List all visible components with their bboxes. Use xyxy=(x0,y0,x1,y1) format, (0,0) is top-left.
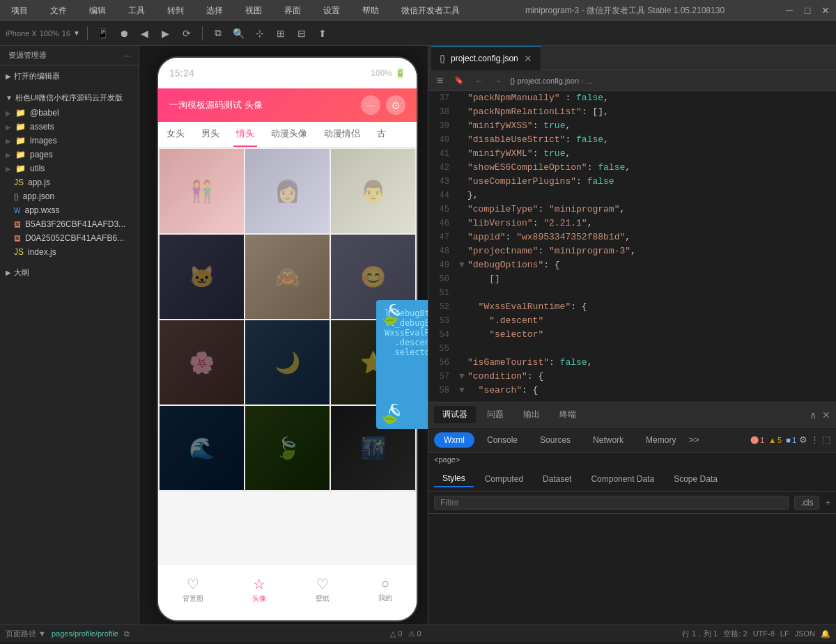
device-selector[interactable]: iPhone X 100% 16 ▼ xyxy=(6,29,80,38)
outline-header[interactable]: ▶ 大纲 xyxy=(0,265,139,281)
rotate-icon[interactable]: ⟳ xyxy=(178,25,195,42)
forward-nav-icon[interactable]: → xyxy=(491,75,504,86)
debug-nav-tab-memory[interactable]: Memory xyxy=(636,432,686,448)
grid-item-7[interactable]: 🌸 xyxy=(160,320,244,405)
code-editor[interactable]: 37 "packNpmManually" : false, 38 "packNp… xyxy=(428,91,836,398)
phone-tab-dongmanqinglv[interactable]: 动漫情侣 xyxy=(321,122,363,147)
debug-tab-terminal[interactable]: 终端 xyxy=(551,406,585,423)
debug-nav-tab-sources[interactable]: Sources xyxy=(530,432,580,448)
back-icon[interactable]: ◀ xyxy=(137,25,153,42)
copy-icon[interactable]: ⧉ xyxy=(210,25,226,42)
sidebar-item-utils[interactable]: ▶ 📁 utils xyxy=(0,162,139,175)
phone-menu-button[interactable]: ··· xyxy=(361,95,380,115)
sidebar-item-indexjs[interactable]: JS index.js xyxy=(0,245,139,259)
breadcrumb: {} project.config.json › ... xyxy=(510,77,592,85)
js-file-icon: JS xyxy=(14,178,24,187)
phone-nav-wallpaper[interactable]: ♡ 壁纸 xyxy=(316,576,330,604)
phone-nav-mine[interactable]: ○ 我的 xyxy=(378,576,392,603)
debug-subtab-componentdata[interactable]: Component Data xyxy=(582,471,663,487)
code-line-40: 40 "disableUseStrict": false, xyxy=(428,133,836,147)
sidebar-item-img1[interactable]: 🖼 B5AB3F26CBF41AAFD3... xyxy=(0,217,139,231)
menu-item-settings[interactable]: 设置 xyxy=(318,3,346,18)
phone-tab-gu[interactable]: 古 xyxy=(374,122,389,147)
minimize-button[interactable]: ─ xyxy=(784,6,794,15)
phone-tab-nan[interactable]: 男头 xyxy=(199,122,222,147)
grid-item-11[interactable]: 🍃 xyxy=(245,406,330,490)
phone-camera-button[interactable]: ⊙ xyxy=(386,95,405,115)
debug-tab-debugger[interactable]: 调试器 xyxy=(434,406,476,423)
grid-item-2[interactable]: 👩 xyxy=(245,149,330,233)
phone-preview-icon[interactable]: 📱 xyxy=(95,25,111,42)
debug-subtab-computed[interactable]: Computed xyxy=(477,471,532,487)
debug-nav-tab-wxml[interactable]: Wxml xyxy=(434,432,474,448)
phone-tab-nv[interactable]: 女头 xyxy=(164,122,187,147)
project-section-header[interactable]: ▼ 粉色UI微信小程序源码云开发版 xyxy=(0,90,139,106)
back-nav-icon[interactable]: ← xyxy=(472,75,486,86)
more-options-icon[interactable]: ⋮ xyxy=(810,434,819,445)
dots-icon: ··· xyxy=(366,100,375,111)
grid-item-1[interactable]: 👫 xyxy=(160,149,244,233)
grid-item-8[interactable]: 🌙 xyxy=(245,320,330,405)
editor-tab-projectconfig[interactable]: {} project.config.json ✕ xyxy=(431,46,541,70)
debug-tab-issues[interactable]: 问题 xyxy=(479,406,512,423)
menu-item-view[interactable]: 视图 xyxy=(240,3,268,18)
debug-filter-input[interactable] xyxy=(434,496,789,510)
sidebar-item-pages[interactable]: ▶ 📁 pages xyxy=(0,148,139,162)
close-button[interactable]: ✕ xyxy=(821,6,830,15)
menu-item-help[interactable]: 帮助 xyxy=(357,3,385,18)
menu-item-tools[interactable]: 工具 xyxy=(123,3,150,18)
grid-item-4[interactable]: 🐱 xyxy=(160,235,244,319)
menu-item-select[interactable]: 选择 xyxy=(201,3,229,18)
debug-tab-output[interactable]: 输出 xyxy=(515,406,548,423)
bookmark-icon[interactable]: 🔖 xyxy=(451,74,467,86)
upload-icon[interactable]: ⬆ xyxy=(314,25,331,42)
debug-nav-tab-console[interactable]: Console xyxy=(477,432,527,448)
menu-item-goto[interactable]: 转到 xyxy=(162,3,189,18)
split-editor-icon[interactable]: ⊞ xyxy=(434,74,446,86)
menu-item-project[interactable]: 项目 xyxy=(6,3,33,18)
record-icon[interactable]: ⏺ xyxy=(116,25,132,42)
phone-nav-backgrounds[interactable]: ♡ 背景图 xyxy=(183,576,203,604)
menu-item-interface[interactable]: 界面 xyxy=(279,3,307,18)
grid-item-5[interactable]: 🙈 xyxy=(245,235,330,319)
menu-item-wechat[interactable]: 微信开发者工具 xyxy=(396,3,465,18)
sidebar-item-appwxss[interactable]: W app.wxss xyxy=(0,203,139,217)
phone-tab-dongman[interactable]: 动漫头像 xyxy=(268,122,310,147)
detach-icon[interactable]: ⬚ xyxy=(822,434,830,445)
collapse-panel-icon[interactable]: ∧ xyxy=(810,409,816,421)
search-icon[interactable]: 🔍 xyxy=(231,25,247,42)
sidebar-item-images[interactable]: ▶ 📁 images xyxy=(0,134,139,148)
phone-tab-qing[interactable]: 情头 xyxy=(233,122,257,147)
sidebar-item-appjson[interactable]: {} app.json xyxy=(0,189,139,203)
forward-icon[interactable]: ▶ xyxy=(157,25,174,42)
filter-options-icon[interactable]: + xyxy=(825,497,830,508)
pointer-icon[interactable]: ⊹ xyxy=(251,25,268,42)
menu-item-file[interactable]: 文件 xyxy=(45,3,72,18)
sidebar-more-icon[interactable]: ··· xyxy=(124,52,130,60)
sidebar-item-appjs[interactable]: JS app.js xyxy=(0,175,139,189)
outline-label: 大纲 xyxy=(14,267,29,278)
close-tab-button[interactable]: ✕ xyxy=(524,53,532,64)
debug-subtab-styles[interactable]: Styles xyxy=(434,471,474,487)
sidebar-item-img2[interactable]: 🖼 D0A25052CBF41AAFB6... xyxy=(0,231,139,245)
debug-cls-button[interactable]: .cls xyxy=(794,496,819,510)
notification-bell-icon[interactable]: 🔔 xyxy=(821,629,830,638)
menu-item-edit[interactable]: 编辑 xyxy=(84,3,111,18)
phone-nav-avatar[interactable]: ☆ 头像 xyxy=(252,576,266,604)
page-path-label[interactable]: 页面路径 ▼ xyxy=(6,629,46,639)
layers-icon[interactable]: ⊟ xyxy=(293,25,310,42)
settings-icon[interactable]: ⚙ xyxy=(799,434,807,445)
open-editors-header[interactable]: ▶ 打开的编辑器 xyxy=(0,68,139,84)
maximize-button[interactable]: □ xyxy=(803,6,812,15)
debug-nav-more-icon[interactable]: >> xyxy=(688,434,699,445)
grid-item-10[interactable]: 🌊 xyxy=(160,406,244,490)
copy-path-icon[interactable]: ⧉ xyxy=(124,629,130,638)
debug-nav-tab-network[interactable]: Network xyxy=(583,432,633,448)
sidebar-item-assets[interactable]: ▶ 📁 assets xyxy=(0,120,139,134)
debug-subtab-scopedata[interactable]: Scope Data xyxy=(665,471,726,487)
sidebar-item-babel[interactable]: ▶ 📁 @babel xyxy=(0,106,139,120)
debug-subtab-dataset[interactable]: Dataset xyxy=(534,471,580,487)
close-panel-button[interactable]: ✕ xyxy=(822,409,830,421)
grid-icon[interactable]: ⊞ xyxy=(272,25,289,42)
grid-item-3[interactable]: 👨 xyxy=(331,149,415,233)
